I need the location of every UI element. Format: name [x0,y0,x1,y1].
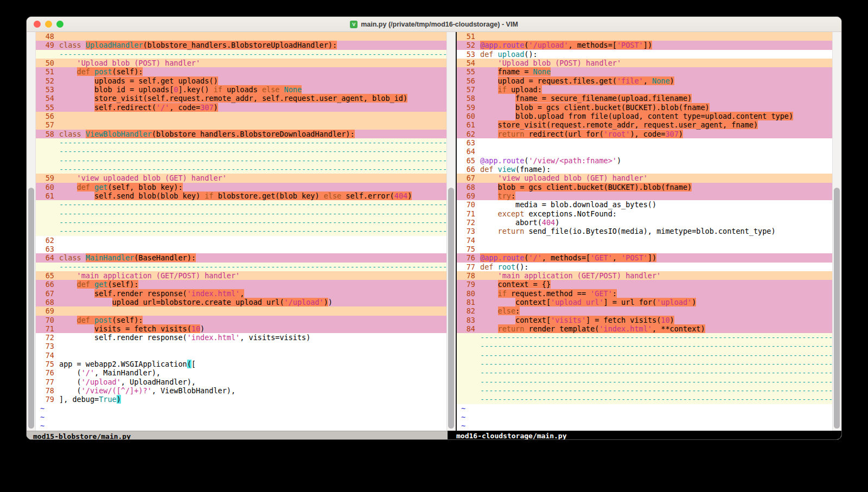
code-line[interactable]: 61 store_visit(request.remote_addr, requ… [457,120,832,129]
diff-filler-line[interactable]: ----------------------------------------… [457,368,832,377]
code-line[interactable]: 58class ViewBlobHandler(blobstore_handle… [36,130,446,138]
code-line[interactable]: 67 'view uploaded blob (GET) handler' [457,174,832,182]
diff-filler-line[interactable]: ----------------------------------------… [457,386,832,395]
diff-filler-line[interactable]: ----------------------------------------… [36,227,446,235]
diff-filler-line[interactable]: ----------------------------------------… [36,263,446,271]
code-line[interactable]: 67 self.render_response('index.html', [36,289,446,298]
code-line[interactable]: 49class UploadHandler(blobstore_handlers… [36,41,446,49]
code-line[interactable]: 82 else: [457,306,832,315]
diff-filler-line[interactable]: ----------------------------------------… [36,147,446,156]
diff-filler-line[interactable]: ----------------------------------------… [36,209,446,218]
code-line[interactable]: 66 def get(self): [36,280,446,289]
code-line[interactable]: 53 blob_id = uploads[0].key() if uploads… [36,85,446,94]
code-line[interactable]: 59 'view uploaded blob (GET) handler' [36,174,446,182]
code-line[interactable]: 51 def post(self): [36,67,446,76]
code-line[interactable]: 60 def get(self, blob_key): [36,183,446,191]
empty-buffer-line[interactable]: ~ [457,421,832,430]
code-line[interactable]: 81 context['upload_url'] = url_for('uplo… [457,298,832,306]
code-line[interactable]: 63 [36,245,446,253]
diff-filler-line[interactable]: ----------------------------------------… [457,351,832,360]
code-line[interactable]: 69 try: [457,191,832,200]
code-line[interactable]: 53def upload(): [457,50,832,59]
right-scrollbar-thumb[interactable] [834,188,840,429]
code-line[interactable]: 68 blob = gcs_client.bucket(BUCKET).blob… [457,183,832,191]
code-line[interactable]: 52@app.route('/upload', methods=['POST']… [457,41,832,49]
code-line[interactable]: 74 [457,236,832,245]
code-line[interactable]: 72 abort(404) [457,218,832,227]
code-line[interactable]: 56 upload = request.files.get('file', No… [457,76,832,85]
left-scrollbar-thumb[interactable] [28,188,34,429]
code-line[interactable]: 54 'Upload blob (POST) handler' [457,59,832,67]
code-line[interactable]: 72 self.render_response('index.html', vi… [36,333,446,342]
code-line[interactable]: 76 ('/', MainHandler), [36,368,446,377]
code-line[interactable]: 59 blob = gcs_client.bucket(BUCKET).blob… [457,103,832,112]
code-line[interactable]: 76@app.route('/', methods=['GET', 'POST'… [457,253,832,262]
empty-buffer-line[interactable]: ~ [36,421,446,430]
code-line[interactable]: 73 return send_file(io.BytesIO(media), m… [457,227,832,235]
diff-filler-line[interactable]: ----------------------------------------… [457,378,832,386]
minimize-button[interactable] [45,21,52,28]
code-line[interactable]: 69 [36,306,446,315]
code-line[interactable]: 54 store_visit(self.request.remote_addr,… [36,94,446,103]
empty-buffer-line[interactable]: ~ [36,404,446,413]
code-line[interactable]: 79], debug=True) [36,395,446,404]
diff-filler-line[interactable]: ----------------------------------------… [36,156,446,165]
code-line[interactable]: 50 'Upload blob (POST) handler' [36,59,446,67]
code-line[interactable]: 51 [457,32,832,41]
code-line[interactable]: 70 media = blob.download_as_bytes() [457,200,832,209]
code-line[interactable]: 55 self.redirect('/', code=307) [36,103,446,112]
code-line[interactable]: 57 if upload: [457,85,832,94]
diff-filler-line[interactable]: ----------------------------------------… [457,360,832,368]
code-line[interactable]: 68 upload_url=blobstore.create_upload_ur… [36,298,446,306]
code-line[interactable]: 56 [36,112,446,120]
code-line[interactable]: 77 ('/upload', UploadHandler), [36,378,446,386]
code-line[interactable]: 61 self.send_blob(blob_key) if blobstore… [36,191,446,200]
diff-filler-line[interactable]: ----------------------------------------… [457,342,832,350]
code-line[interactable]: 78 'main application (GET/POST) handler' [457,271,832,280]
diff-filler-line[interactable]: ----------------------------------------… [36,165,446,174]
left-scrollbar[interactable] [27,32,36,431]
code-line[interactable]: 62 [36,236,446,245]
code-line[interactable]: 83 context['visits'] = fetch_visits(10) [457,316,832,324]
code-line[interactable]: 71 except exceptions.NotFound: [457,209,832,218]
code-line[interactable]: 62 return redirect(url_for('root'), code… [457,130,832,138]
middle-scrollbar[interactable] [446,32,456,431]
diff-filler-line[interactable]: ----------------------------------------… [457,395,832,404]
code-line[interactable]: 64class MainHandler(BaseHandler): [36,253,446,262]
empty-buffer-line[interactable]: ~ [457,404,832,413]
code-line[interactable]: 80 if request.method == 'GET': [457,289,832,298]
code-line[interactable]: 77def root(): [457,263,832,271]
code-line[interactable]: 75app = webapp2.WSGIApplication([ [36,360,446,368]
code-line[interactable]: 75 [457,245,832,253]
code-line[interactable]: 58 fname = secure_filename(upload.filena… [457,94,832,103]
code-line[interactable]: 78 ('/view/([^/]+)?', ViewBlobHandler), [36,386,446,395]
code-line[interactable]: 65@app.route('/view/<path:fname>') [457,156,832,165]
titlebar[interactable]: V main.py (/private/tmp/mod16-cloudstora… [27,17,841,32]
code-line[interactable]: 65 'main application (GET/POST) handler' [36,271,446,280]
code-line[interactable]: 60 blob.upload_from_file(upload, content… [457,112,832,120]
diff-filler-line[interactable]: ----------------------------------------… [36,138,446,147]
close-button[interactable] [34,21,41,28]
diff-filler-line[interactable]: ----------------------------------------… [36,200,446,209]
code-line[interactable]: 70 def post(self): [36,316,446,324]
middle-scrollbar-thumb[interactable] [448,188,454,429]
code-line[interactable]: 52 uploads = self.get_uploads() [36,76,446,85]
code-line[interactable]: 74 [36,351,446,360]
code-line[interactable]: 66def view(fname): [457,165,832,174]
code-line[interactable]: 73 [36,342,446,350]
code-line[interactable]: 48 [36,32,446,41]
code-line[interactable]: 57 [36,120,446,129]
empty-buffer-line[interactable]: ~ [457,413,832,421]
left-pane[interactable]: 4849class UploadHandler(blobstore_handle… [36,32,446,431]
empty-buffer-line[interactable]: ~ [36,413,446,421]
code-line[interactable]: 63 [457,138,832,147]
diff-filler-line[interactable]: ----------------------------------------… [457,333,832,342]
code-line[interactable]: 64 [457,147,832,156]
right-scrollbar[interactable] [832,32,841,431]
code-line[interactable]: 71 visits = fetch_visits(10) [36,324,446,333]
code-line[interactable]: 79 context = {} [457,280,832,289]
right-pane[interactable]: 5152@app.route('/upload', methods=['POST… [457,32,832,431]
diff-filler-line[interactable]: ----------------------------------------… [36,50,446,59]
diff-filler-line[interactable]: ----------------------------------------… [36,218,446,227]
zoom-button[interactable] [56,21,63,28]
